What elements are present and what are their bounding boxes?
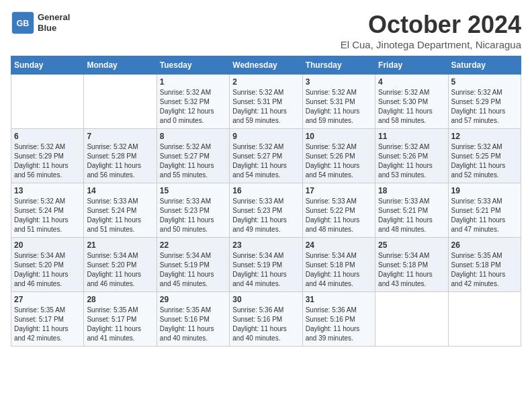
day-cell bbox=[448, 292, 521, 347]
day-cell: 30Sunrise: 5:36 AMSunset: 5:16 PMDayligh… bbox=[230, 292, 302, 347]
logo-line1: General bbox=[38, 12, 70, 23]
day-number: 10 bbox=[306, 132, 372, 141]
logo-text: General Blue bbox=[38, 12, 70, 33]
day-info: Sunrise: 5:32 AMSunset: 5:28 PMDaylight:… bbox=[87, 142, 153, 180]
day-cell: 24Sunrise: 5:34 AMSunset: 5:18 PMDayligh… bbox=[302, 238, 375, 292]
header-day-saturday: Saturday bbox=[448, 56, 521, 75]
week-row-5: 27Sunrise: 5:35 AMSunset: 5:17 PMDayligh… bbox=[11, 292, 521, 347]
day-info: Sunrise: 5:33 AMSunset: 5:23 PMDaylight:… bbox=[232, 197, 299, 234]
day-cell: 28Sunrise: 5:35 AMSunset: 5:17 PMDayligh… bbox=[84, 292, 157, 347]
day-info: Sunrise: 5:33 AMSunset: 5:23 PMDaylight:… bbox=[160, 197, 226, 234]
day-info: Sunrise: 5:32 AMSunset: 5:29 PMDaylight:… bbox=[14, 142, 81, 180]
day-number: 2 bbox=[232, 77, 299, 87]
week-row-1: 1Sunrise: 5:32 AMSunset: 5:32 PMDaylight… bbox=[11, 75, 521, 129]
day-cell: 22Sunrise: 5:34 AMSunset: 5:19 PMDayligh… bbox=[157, 238, 229, 292]
day-cell: 17Sunrise: 5:33 AMSunset: 5:22 PMDayligh… bbox=[302, 183, 375, 238]
header-row: SundayMondayTuesdayWednesdayThursdayFrid… bbox=[11, 56, 521, 75]
day-cell: 25Sunrise: 5:34 AMSunset: 5:18 PMDayligh… bbox=[375, 238, 448, 292]
day-cell: 20Sunrise: 5:34 AMSunset: 5:20 PMDayligh… bbox=[11, 238, 84, 292]
day-info: Sunrise: 5:32 AMSunset: 5:25 PMDaylight:… bbox=[451, 142, 518, 180]
day-number: 19 bbox=[451, 186, 518, 195]
day-number: 31 bbox=[306, 295, 372, 304]
day-number: 25 bbox=[378, 240, 445, 250]
day-number: 18 bbox=[378, 186, 445, 195]
day-info: Sunrise: 5:34 AMSunset: 5:20 PMDaylight:… bbox=[14, 251, 81, 289]
day-cell: 16Sunrise: 5:33 AMSunset: 5:23 PMDayligh… bbox=[230, 183, 302, 238]
header-day-friday: Friday bbox=[375, 56, 448, 75]
day-cell: 2Sunrise: 5:32 AMSunset: 5:31 PMDaylight… bbox=[230, 75, 302, 129]
day-info: Sunrise: 5:32 AMSunset: 5:31 PMDaylight:… bbox=[232, 88, 299, 126]
day-info: Sunrise: 5:35 AMSunset: 5:16 PMDaylight:… bbox=[160, 306, 226, 343]
day-number: 26 bbox=[451, 240, 518, 250]
day-number: 13 bbox=[14, 186, 81, 195]
day-cell: 18Sunrise: 5:33 AMSunset: 5:21 PMDayligh… bbox=[375, 183, 448, 238]
day-cell: 29Sunrise: 5:35 AMSunset: 5:16 PMDayligh… bbox=[157, 292, 229, 347]
day-info: Sunrise: 5:36 AMSunset: 5:16 PMDaylight:… bbox=[306, 306, 372, 343]
day-cell: 31Sunrise: 5:36 AMSunset: 5:16 PMDayligh… bbox=[302, 292, 375, 347]
day-number: 4 bbox=[378, 77, 445, 87]
day-cell: 26Sunrise: 5:35 AMSunset: 5:18 PMDayligh… bbox=[448, 238, 521, 292]
day-cell: 14Sunrise: 5:33 AMSunset: 5:24 PMDayligh… bbox=[84, 183, 157, 238]
day-cell bbox=[11, 75, 84, 129]
header-day-wednesday: Wednesday bbox=[230, 56, 302, 75]
day-info: Sunrise: 5:32 AMSunset: 5:26 PMDaylight:… bbox=[378, 142, 445, 180]
logo-icon: GB bbox=[11, 11, 35, 35]
day-number: 1 bbox=[160, 77, 226, 87]
day-number: 28 bbox=[87, 295, 153, 304]
day-number: 7 bbox=[87, 132, 153, 141]
day-info: Sunrise: 5:33 AMSunset: 5:22 PMDaylight:… bbox=[306, 197, 372, 234]
day-cell: 6Sunrise: 5:32 AMSunset: 5:29 PMDaylight… bbox=[11, 129, 84, 183]
day-number: 24 bbox=[306, 240, 372, 250]
day-cell: 11Sunrise: 5:32 AMSunset: 5:26 PMDayligh… bbox=[375, 129, 448, 183]
day-number: 21 bbox=[87, 240, 153, 250]
day-number: 27 bbox=[14, 295, 81, 304]
svg-text:GB: GB bbox=[17, 19, 30, 28]
day-info: Sunrise: 5:34 AMSunset: 5:19 PMDaylight:… bbox=[232, 251, 299, 289]
day-info: Sunrise: 5:32 AMSunset: 5:32 PMDaylight:… bbox=[160, 88, 226, 126]
day-cell: 3Sunrise: 5:32 AMSunset: 5:31 PMDaylight… bbox=[302, 75, 375, 129]
day-info: Sunrise: 5:32 AMSunset: 5:27 PMDaylight:… bbox=[160, 142, 226, 180]
day-number: 15 bbox=[160, 186, 226, 195]
week-row-2: 6Sunrise: 5:32 AMSunset: 5:29 PMDaylight… bbox=[11, 129, 521, 183]
day-cell bbox=[375, 292, 448, 347]
day-number: 11 bbox=[378, 132, 445, 141]
page-header: GB General Blue October 2024 El Cua, Jin… bbox=[11, 11, 521, 50]
day-cell: 12Sunrise: 5:32 AMSunset: 5:25 PMDayligh… bbox=[448, 129, 521, 183]
day-info: Sunrise: 5:34 AMSunset: 5:19 PMDaylight:… bbox=[160, 251, 226, 289]
day-number: 5 bbox=[451, 77, 518, 87]
day-cell: 10Sunrise: 5:32 AMSunset: 5:26 PMDayligh… bbox=[302, 129, 375, 183]
day-info: Sunrise: 5:32 AMSunset: 5:29 PMDaylight:… bbox=[451, 88, 518, 126]
location-subtitle: El Cua, Jinotega Department, Nicaragua bbox=[341, 39, 521, 50]
title-area: October 2024 El Cua, Jinotega Department… bbox=[341, 11, 521, 50]
day-number: 16 bbox=[232, 186, 299, 195]
logo: GB General Blue bbox=[11, 11, 70, 35]
day-info: Sunrise: 5:32 AMSunset: 5:31 PMDaylight:… bbox=[306, 88, 372, 126]
header-day-tuesday: Tuesday bbox=[157, 56, 229, 75]
month-title: October 2024 bbox=[341, 11, 521, 39]
day-cell: 13Sunrise: 5:32 AMSunset: 5:24 PMDayligh… bbox=[11, 183, 84, 238]
day-cell: 19Sunrise: 5:33 AMSunset: 5:21 PMDayligh… bbox=[448, 183, 521, 238]
day-number: 9 bbox=[232, 132, 299, 141]
day-number: 12 bbox=[451, 132, 518, 141]
day-number: 6 bbox=[14, 132, 81, 141]
day-number: 17 bbox=[306, 186, 372, 195]
day-number: 20 bbox=[14, 240, 81, 250]
day-info: Sunrise: 5:33 AMSunset: 5:21 PMDaylight:… bbox=[451, 197, 518, 234]
day-cell: 1Sunrise: 5:32 AMSunset: 5:32 PMDaylight… bbox=[157, 75, 229, 129]
day-info: Sunrise: 5:32 AMSunset: 5:30 PMDaylight:… bbox=[378, 88, 445, 126]
day-info: Sunrise: 5:32 AMSunset: 5:27 PMDaylight:… bbox=[232, 142, 299, 180]
day-info: Sunrise: 5:33 AMSunset: 5:24 PMDaylight:… bbox=[87, 197, 153, 234]
day-number: 8 bbox=[160, 132, 226, 141]
day-info: Sunrise: 5:35 AMSunset: 5:18 PMDaylight:… bbox=[451, 251, 518, 289]
calendar-header: SundayMondayTuesdayWednesdayThursdayFrid… bbox=[11, 56, 521, 75]
day-info: Sunrise: 5:34 AMSunset: 5:18 PMDaylight:… bbox=[306, 251, 372, 289]
day-info: Sunrise: 5:34 AMSunset: 5:20 PMDaylight:… bbox=[87, 251, 153, 289]
logo-line2: Blue bbox=[38, 23, 70, 34]
day-cell bbox=[84, 75, 157, 129]
calendar-table: SundayMondayTuesdayWednesdayThursdayFrid… bbox=[11, 56, 521, 347]
week-row-4: 20Sunrise: 5:34 AMSunset: 5:20 PMDayligh… bbox=[11, 238, 521, 292]
day-cell: 7Sunrise: 5:32 AMSunset: 5:28 PMDaylight… bbox=[84, 129, 157, 183]
day-cell: 23Sunrise: 5:34 AMSunset: 5:19 PMDayligh… bbox=[230, 238, 302, 292]
week-row-3: 13Sunrise: 5:32 AMSunset: 5:24 PMDayligh… bbox=[11, 183, 521, 238]
day-cell: 27Sunrise: 5:35 AMSunset: 5:17 PMDayligh… bbox=[11, 292, 84, 347]
